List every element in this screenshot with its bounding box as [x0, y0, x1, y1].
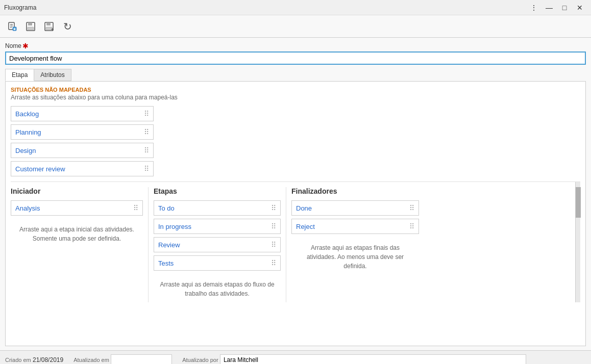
- updated-by-label: Atualizado por: [182, 357, 218, 363]
- etapas-hint: Arraste aqui as demais etapas do fluxo d…: [154, 276, 281, 302]
- svg-rect-9: [28, 27, 34, 30]
- stage-name: Reject: [296, 223, 315, 230]
- menu-button[interactable]: ⋮: [527, 1, 541, 15]
- minimize-button[interactable]: —: [542, 1, 556, 15]
- stage-name: Tests: [158, 259, 174, 267]
- svg-rect-8: [28, 22, 32, 25]
- finalizadores-column: Finalizadores Done ⠿ Reject ⠿ Arraste aq…: [286, 187, 424, 302]
- list-item[interactable]: Customer review ⠿: [11, 161, 154, 176]
- list-item[interactable]: Backlog ⠿: [11, 106, 154, 121]
- titlebar: Fluxograma ⋮ — □ ✕: [0, 0, 591, 15]
- drag-handle-icon: ⠿: [409, 204, 414, 212]
- scrollbar-thumb[interactable]: [576, 187, 581, 218]
- unmapped-items: Backlog ⠿ Planning ⠿ Design ⠿ Customer r…: [11, 106, 154, 176]
- list-item[interactable]: Planning ⠿: [11, 124, 154, 140]
- new-button[interactable]: [4, 18, 20, 35]
- svg-rect-11: [46, 22, 51, 25]
- close-button[interactable]: ✕: [573, 1, 587, 15]
- list-item[interactable]: Design ⠿: [11, 143, 154, 158]
- drag-handle-icon: ⠿: [144, 110, 149, 118]
- list-item[interactable]: Done ⠿: [291, 200, 419, 216]
- stage-name: In progress: [158, 223, 191, 230]
- etapas-header: Etapas: [154, 187, 281, 195]
- updated-input[interactable]: [111, 354, 172, 365]
- tab-bar: Etapa Atributos: [5, 69, 586, 81]
- created-value: 21/08/2019: [33, 356, 63, 363]
- drag-handle-icon: ⠿: [271, 222, 276, 230]
- drag-handle-icon: ⠿: [144, 146, 149, 154]
- app-title: Fluxograma: [4, 4, 36, 11]
- tab-atributos[interactable]: Atributos: [34, 69, 71, 81]
- updated-label: Atualizado em: [73, 357, 109, 363]
- titlebar-controls: ⋮ — □ ✕: [527, 1, 587, 15]
- created-field: Criado em 21/08/2019: [5, 356, 63, 363]
- unmapped-section: SITUAÇÕES NÃO MAPEADAS Arraste as situaç…: [11, 87, 580, 176]
- tab-content: SITUAÇÕES NÃO MAPEADAS Arraste as situaç…: [5, 81, 586, 346]
- drag-handle-icon: ⠿: [409, 222, 414, 230]
- toolbar: + ↻: [0, 15, 591, 38]
- unmapped-label: SITUAÇÕES NÃO MAPEADAS: [11, 87, 580, 93]
- finalizadores-header: Finalizadores: [291, 187, 419, 195]
- name-label: Nome ✱: [5, 42, 586, 50]
- titlebar-left: Fluxograma: [4, 4, 36, 11]
- unmapped-hint: Arraste as situações abaixo para uma col…: [11, 94, 580, 101]
- initiator-column: Iniciador Analysis ⠿ Arraste aqui a etap…: [11, 187, 149, 302]
- svg-text:+: +: [51, 27, 54, 32]
- list-item[interactable]: Reject ⠿: [291, 219, 419, 234]
- scrollbar[interactable]: [575, 182, 580, 302]
- columns-area: Iniciador Analysis ⠿ Arraste aqui a etap…: [11, 181, 580, 302]
- name-input[interactable]: [5, 51, 586, 65]
- drag-handle-icon: ⠿: [144, 165, 149, 173]
- stage-name: Done: [296, 204, 312, 212]
- initiator-hint: Arraste aqui a etapa inicial das ativida…: [11, 221, 143, 247]
- tab-etapa[interactable]: Etapa: [5, 69, 34, 81]
- drag-handle-icon: ⠿: [271, 241, 276, 249]
- list-item[interactable]: In progress ⠿: [154, 219, 281, 234]
- stage-name: Analysis: [15, 204, 40, 212]
- updated-by-input[interactable]: [220, 354, 526, 365]
- stage-name: Backlog: [15, 110, 39, 118]
- stage-name: Design: [15, 147, 36, 154]
- updated-field: Atualizado em: [73, 354, 172, 365]
- created-label: Criado em: [5, 357, 31, 363]
- list-item[interactable]: To do ⠿: [154, 200, 281, 216]
- list-item[interactable]: Review ⠿: [154, 237, 281, 252]
- maximize-button[interactable]: □: [557, 1, 572, 15]
- etapas-column: Etapas To do ⠿ In progress ⠿ Review ⠿ T: [149, 187, 286, 302]
- footer: Criado em 21/08/2019 Atualizado em Atual…: [0, 350, 591, 364]
- drag-handle-icon: ⠿: [144, 128, 149, 136]
- initiator-header: Iniciador: [11, 187, 143, 195]
- stage-name: Customer review: [15, 165, 65, 173]
- save-as-button[interactable]: +: [41, 18, 57, 35]
- refresh-button[interactable]: ↻: [59, 18, 76, 35]
- list-item[interactable]: Analysis ⠿: [11, 200, 143, 216]
- drag-handle-icon: ⠿: [271, 204, 276, 212]
- finalizadores-hint: Arraste aqui as etapas finais das ativid…: [291, 239, 419, 275]
- required-indicator: ✱: [22, 42, 29, 50]
- stage-name: To do: [158, 204, 175, 212]
- tabs-container: Etapa Atributos SITUAÇÕES NÃO MAPEADAS A…: [5, 69, 586, 346]
- updated-by-field: Atualizado por: [182, 354, 526, 365]
- save-button[interactable]: [22, 18, 39, 35]
- drag-handle-icon: ⠿: [271, 259, 276, 267]
- drag-handle-icon: ⠿: [133, 204, 138, 212]
- stage-name: Planning: [15, 128, 41, 136]
- main-content: Nome ✱ Etapa Atributos SITUAÇÕES NÃO MAP…: [0, 38, 591, 350]
- list-item[interactable]: Tests ⠿: [154, 255, 281, 271]
- stage-name: Review: [158, 241, 180, 249]
